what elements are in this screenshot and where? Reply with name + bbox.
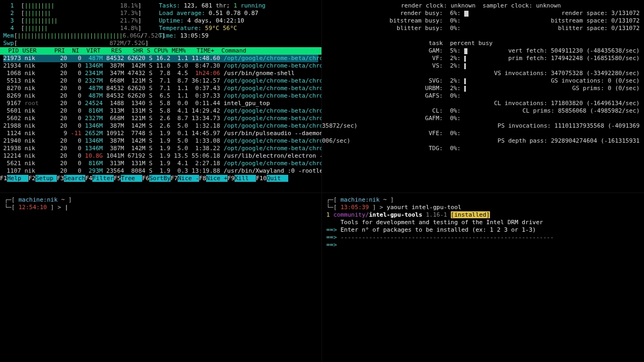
process-row[interactable]: 5513 nik 20 0 2327M 668M 121M S 7.1 8.7 …: [3, 77, 318, 85]
fn-F7[interactable]: Nice -: [178, 175, 199, 182]
prompt-time: 12:54:10: [19, 204, 47, 211]
process-row[interactable]: 5601 nik 20 0 816M 313M 131M S 5.8 4.1 1…: [3, 107, 318, 115]
prompt-host: machine:nik: [19, 196, 58, 203]
command-input: yaourt intel-gpu-tool: [387, 204, 462, 211]
fn-F2[interactable]: Setup: [35, 175, 57, 182]
process-row[interactable]: 5621 nik 20 0 816M 313M 131M S 1.9 4.1 2…: [3, 160, 318, 167]
process-row[interactable]: 21938 nik 20 0 1346M 387M 142M S 1.9 5.0…: [3, 145, 318, 152]
process-row[interactable]: 21988 nik 20 0 1346M 387M 142M S 2.6 5.0…: [3, 122, 318, 130]
process-row[interactable]: 12214 nik 20 0 10.8G 1041M 67192 S 1.9 1…: [3, 152, 318, 160]
installed-badge: [installed]: [451, 211, 490, 218]
process-row[interactable]: 21973 nik 20 0 487M 84532 62620 S 16.2 1…: [3, 55, 318, 62]
process-row[interactable]: 5602 nik 20 0 2327M 668M 121M S 2.6 8.7 …: [3, 115, 318, 122]
process-row[interactable]: 21940 nik 20 0 1346M 387M 142M S 1.9 5.0…: [3, 137, 318, 145]
process-row[interactable]: 8270 nik 20 0 487M 84532 62620 S 7.1 1.1…: [3, 85, 318, 92]
terminal-bottom-right[interactable]: ┌─[ machine:nik ~ ] └─[ 13:05:39 ] > yao…: [322, 193, 644, 362]
fn-F5[interactable]: Tree: [121, 175, 142, 182]
prompt-time: 13:05:39: [341, 204, 369, 211]
htop-column-header: PID USER PRI NI VIRT RES SHR S CPU% MEM%…: [0, 47, 321, 55]
process-row[interactable]: 8269 nik 20 0 487M 84532 62620 S 6.5 1.1…: [3, 92, 318, 100]
yaourt-prompt: Enter n° of packages to be installed (ex…: [341, 226, 536, 233]
htop-process-list[interactable]: 21973 nik 20 0 487M 84532 62620 S 16.2 1…: [0, 55, 321, 175]
fn-F3[interactable]: Search: [64, 175, 85, 182]
terminal-bottom-left[interactable]: ┌─[ machine:nik ~ ] └─[ 12:54:10 ] > |: [0, 193, 322, 362]
fn-F1[interactable]: Help: [7, 175, 28, 182]
process-row[interactable]: 1124 nik 9 -11 2652M 10912 7748 S 1.9 0.…: [3, 130, 318, 137]
fn-F9[interactable]: Kill: [235, 175, 256, 182]
prompt-host: machine:nik: [341, 196, 380, 203]
fn-F4[interactable]: Filter: [92, 175, 114, 182]
process-row[interactable]: 1107 nik 20 0 293M 23564 8084 S 1.9 0.3 …: [3, 167, 318, 175]
htop-fn-bar[interactable]: F1Help F2Setup F3SearchF4FilterF5Tree F6…: [0, 175, 321, 182]
process-row[interactable]: 21934 nik 20 0 1346M 387M 142M S 11.0 5.…: [3, 62, 318, 70]
fn-F6[interactable]: SortBy: [149, 175, 171, 182]
intel-gpu-top-pane: render clock: unknown sampler clock: unk…: [322, 0, 644, 193]
repo-name: community/: [333, 211, 369, 218]
fn-F8[interactable]: Nice +: [206, 175, 228, 182]
package-name: intel-gpu-tools: [369, 211, 422, 218]
process-row[interactable]: 1068 nik 20 0 2341M 347M 47432 S 7.8 4.5…: [3, 70, 318, 77]
htop-pane[interactable]: 1 [||||||||| 18.1%] 2 [|||||||| 17.3%] 3…: [0, 0, 322, 193]
fn-F10[interactable]: Quit: [267, 175, 288, 182]
package-description: Tools for development and testing of the…: [326, 219, 640, 226]
process-row[interactable]: 9167 root 20 0 24524 1488 1340 S 5.8 0.0…: [3, 100, 318, 107]
